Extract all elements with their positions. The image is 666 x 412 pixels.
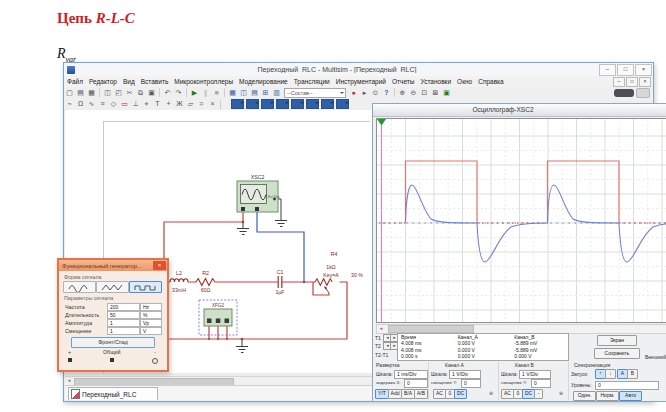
probe-dropdown-icon-3[interactable]: [261, 99, 274, 109]
channel-b-scale-input[interactable]: 1 V/Div: [519, 370, 551, 379]
inductor-l2[interactable]: L2 33mH: [170, 270, 188, 293]
mdi-minimize-button[interactable]: ‒: [613, 77, 625, 87]
offset-input[interactable]: 1: [107, 327, 140, 335]
channel-a-ypos-input[interactable]: 0: [461, 379, 481, 388]
oscilloscope-titlebar[interactable]: Осциллограф-XSC2: [373, 104, 666, 117]
channel-b-invert-button[interactable]: -: [534, 389, 543, 399]
frequency-input[interactable]: 200: [107, 303, 140, 311]
triangle-wave-button[interactable]: [96, 281, 129, 293]
undo-icon[interactable]: ↶: [162, 88, 173, 98]
pot-ref[interactable]: R4: [331, 251, 338, 257]
maximize-button[interactable]: □: [617, 64, 634, 76]
trigger-falling-edge-button[interactable]: ↓: [605, 369, 616, 379]
erc-icon[interactable]: ●: [348, 88, 359, 98]
minimize-button[interactable]: ‒: [599, 64, 616, 76]
menu-view[interactable]: Вид: [120, 78, 138, 85]
frequency-unit[interactable]: Hz: [140, 303, 162, 311]
menu-edit[interactable]: Редактор: [86, 78, 120, 85]
toggle-switch-off-icon[interactable]: [636, 88, 650, 98]
pot-percent[interactable]: 30 %: [351, 272, 363, 278]
scope-scroll-left-arrow[interactable]: ◄: [377, 325, 385, 333]
capacitor-value[interactable]: 1µF: [275, 289, 284, 295]
mdi-restore-button[interactable]: □: [626, 77, 638, 87]
menu-file[interactable]: Файл: [64, 78, 86, 85]
signal-source-icon[interactable]: ∿: [86, 99, 97, 109]
menu-mcu[interactable]: Микроконтроллеры: [171, 78, 236, 85]
copy-icon[interactable]: ⧉: [135, 88, 146, 98]
grapher-icon[interactable]: ▦: [227, 88, 238, 98]
ground-component-icon[interactable]: ≡: [97, 99, 108, 109]
spreadsheet-icon[interactable]: ▤: [249, 88, 260, 98]
analog-component-icon[interactable]: ▭: [119, 99, 130, 109]
offset-unit[interactable]: V: [140, 327, 162, 335]
oscilloscope-display[interactable]: [376, 118, 666, 323]
menu-help[interactable]: Справка: [475, 78, 507, 85]
trigger-normal-button[interactable]: Норм.: [596, 391, 619, 401]
inductor-ref[interactable]: L2: [176, 270, 182, 276]
duty-unit[interactable]: %: [140, 311, 162, 319]
source-component-icon[interactable]: ⌁: [64, 99, 75, 109]
document-tab[interactable]: Переходный_RLC: [68, 387, 158, 400]
menu-window[interactable]: Окно: [454, 78, 475, 85]
zoom-in-icon[interactable]: ⊕: [397, 88, 408, 98]
xfg2-label[interactable]: XFG2: [212, 303, 224, 308]
pot-key[interactable]: Key=A: [323, 272, 339, 278]
timebase-scale-input[interactable]: 1 ms/Div: [394, 370, 428, 379]
resistor-r2[interactable]: R2 60Ω: [196, 270, 215, 293]
save-icon[interactable]: ▦: [86, 88, 97, 98]
probe-dropdown-icon-2[interactable]: [246, 99, 259, 109]
delete-tool-icon[interactable]: ×: [207, 99, 218, 109]
ab-mode-button[interactable]: A/B: [414, 389, 428, 399]
cut-icon[interactable]: ✂: [124, 88, 135, 98]
redo-icon[interactable]: ↷: [173, 88, 184, 98]
square-wave-button[interactable]: [129, 281, 162, 293]
menu-reports[interactable]: Отчеты: [389, 78, 417, 85]
fgen-titlebar[interactable]: Функциональный генератор... ×: [59, 260, 167, 271]
yt-mode-button[interactable]: Y/T: [375, 389, 389, 399]
xsc2-label[interactable]: XSC2: [251, 174, 265, 180]
add-mode-button[interactable]: Add: [388, 389, 402, 399]
common-terminal[interactable]: [110, 358, 114, 362]
database-icon[interactable]: ⊞: [260, 88, 271, 98]
mdi-close-button[interactable]: ×: [639, 77, 651, 87]
probe-dropdown-icon-5[interactable]: [291, 99, 304, 109]
probe-icon[interactable]: ⌖: [141, 99, 152, 109]
run-simulation-icon[interactable]: ▶: [189, 88, 200, 98]
print-icon[interactable]: ◫: [102, 88, 113, 98]
junction-tool-icon[interactable]: +: [163, 99, 174, 109]
fullscreen-icon[interactable]: ▣: [441, 88, 452, 98]
fgen-close-button[interactable]: ×: [153, 261, 166, 270]
zoom-area-icon[interactable]: ⊡: [419, 88, 430, 98]
scope-scrollbar-thumb[interactable]: [388, 325, 474, 333]
menu-simulate[interactable]: Моделирование: [236, 78, 291, 85]
potentiometer-r4[interactable]: R4 1kΩ Key=A 30 %: [315, 251, 363, 293]
resistor-value[interactable]: 60Ω: [201, 287, 211, 293]
menu-options[interactable]: Установки: [417, 78, 454, 85]
sine-wave-button[interactable]: [63, 281, 96, 293]
scroll-left-arrow[interactable]: ◄: [65, 377, 73, 385]
forward-icon[interactable]: ▸: [359, 88, 370, 98]
trigger-single-button[interactable]: Один.: [573, 391, 596, 401]
trigger-level-input[interactable]: 0: [595, 381, 659, 390]
pause-simulation-icon[interactable]: ∥: [200, 88, 211, 98]
basic-component-icon[interactable]: Ω: [75, 99, 86, 109]
channel-a-scale-input[interactable]: 1 V/Div: [449, 370, 481, 379]
circuit-wires-red[interactable]: [164, 211, 347, 339]
amplitude-unit[interactable]: Vp: [140, 319, 162, 327]
postprocessor-icon[interactable]: ▥: [271, 88, 282, 98]
misc-component-icon[interactable]: Ж: [174, 99, 185, 109]
menu-tools[interactable]: Инструментарий: [333, 78, 389, 85]
in-use-list-dropdown[interactable]: --Состав--: [284, 88, 346, 98]
grid-tool-icon[interactable]: ⌗: [196, 99, 207, 109]
zoom-out-icon[interactable]: ⊖: [408, 88, 419, 98]
stop-simulation-icon[interactable]: ■: [211, 88, 222, 98]
pot-value[interactable]: 1kΩ: [326, 264, 335, 270]
find-icon[interactable]: ⊙: [370, 88, 381, 98]
plus-terminal[interactable]: [68, 358, 72, 362]
save-scope-button[interactable]: Сохранить: [594, 348, 640, 359]
zoom-fit-icon[interactable]: ⊠: [430, 88, 441, 98]
analysis-icon[interactable]: ◫: [238, 88, 249, 98]
channel-a-dc-button[interactable]: DC: [454, 389, 467, 399]
resistor-ref[interactable]: R2: [202, 270, 209, 276]
inductor-value[interactable]: 33mH: [172, 287, 186, 293]
